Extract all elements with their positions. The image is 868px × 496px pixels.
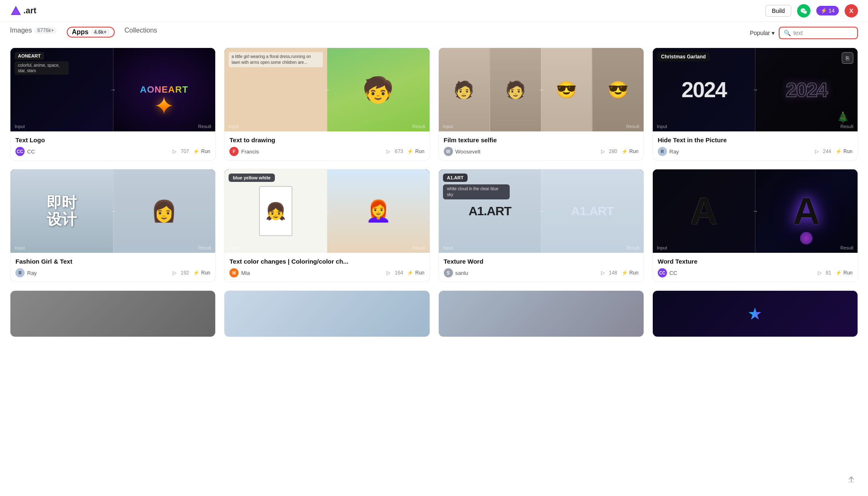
card-texture-word-title: Texture Word [444, 258, 639, 265]
card-text-to-drawing-stats: ▷ 673 ⚡ Run [387, 149, 424, 154]
card-fashion-girl-title: Fashion Girl & Text [15, 258, 210, 265]
card-text-color-changes-info: Text color changes | Coloring/color ch..… [224, 253, 429, 282]
sort-button[interactable]: Popular ▾ [750, 30, 775, 36]
run-icon-tl: ⚡ [193, 149, 199, 154]
partial-card-4[interactable]: ★ [652, 290, 858, 337]
card-film-texture[interactable]: 🧑 🧑 Input 😎 😎 [438, 48, 644, 161]
card-overlay-desc-tw: white cloud in the clear blue sky [443, 184, 510, 199]
tab-images[interactable]: Images 6776k+ [10, 27, 57, 39]
search-input[interactable] [793, 30, 853, 36]
run-button-ttd[interactable]: ⚡ Run [407, 149, 424, 154]
card-hide-text[interactable]: Christmas Garland ⎘ 2024 Input 2024 🎄 Re… [652, 48, 858, 161]
author-name-tl: CC [27, 149, 35, 155]
arrow-divider-wt: → [752, 208, 758, 214]
tab-apps-label: Apps [72, 28, 88, 36]
author-name-fts: Woosevelt [455, 149, 481, 155]
card-text-logo-author: CC CC [15, 147, 35, 156]
anime-result-tc: 👩‍🦰 [365, 199, 391, 223]
partial-card-1[interactable] [10, 290, 216, 337]
input-label-fts: Input [443, 124, 453, 129]
card-text-color-changes[interactable]: blue yellow white 👧 Input 👩‍🦰 Result → T… [224, 169, 430, 282]
partial-card-3-image [439, 291, 644, 337]
face2-right: 😎 [608, 80, 629, 100]
author-avatar-mia: M [229, 268, 239, 277]
run-button-fts[interactable]: ⚡ Run [621, 149, 639, 154]
card-hide-text-author: R Ray [658, 147, 679, 156]
search-input-wrapper: 🔍 [779, 27, 858, 39]
input-label-ttd: Input [229, 124, 239, 129]
logo[interactable]: .art [10, 5, 36, 17]
author-avatar-cc: CC [15, 147, 25, 156]
card-text-to-drawing-author: F Francis [229, 147, 259, 156]
result-label-fts: Result [626, 124, 639, 129]
run-button-ht[interactable]: ⚡ Run [835, 149, 853, 154]
run-button-tw[interactable]: ⚡ Run [621, 270, 639, 276]
result-label-ht: Result [840, 124, 853, 129]
play-icon-ttd: ▷ [387, 149, 390, 154]
card-fashion-girl-meta: R Ray ▷ 192 ⚡ Run [15, 268, 210, 277]
plays-count-fg: 192 [181, 270, 189, 276]
card-fashion-girl[interactable]: 即时设计 Input 👩 Result → Fashion Girl & Tex… [10, 169, 216, 282]
run-button-tc[interactable]: ⚡ Run [407, 270, 424, 276]
author-avatar-woosevelt: W [444, 147, 453, 156]
share-button-ht[interactable]: ⎘ [842, 52, 853, 64]
card-text-color-changes-image: blue yellow white 👧 Input 👩‍🦰 Result → [224, 169, 429, 253]
cards-grid-row1: AONEART colorful, anime, space, star, st… [0, 39, 868, 169]
card-word-texture-info: Word Texture CC CC ▷ 81 ⚡ Run [653, 253, 858, 282]
result-label-ttd: Result [412, 124, 425, 129]
card-text-color-changes-stats: ▷ 164 ⚡ Run [387, 270, 424, 276]
card-film-texture-stats: ▷ 280 ⚡ Run [601, 149, 639, 154]
run-button-fg[interactable]: ⚡ Run [193, 270, 210, 276]
partial-card-2[interactable] [224, 290, 430, 337]
tab-images-badge: 6776k+ [34, 27, 57, 34]
glow-portal [800, 232, 813, 244]
arrow-divider-tw: → [538, 208, 544, 214]
text-2024-right: 2024 [786, 78, 827, 101]
card-text-color-changes-title: Text color changes | Coloring/color ch..… [229, 258, 424, 265]
card-fashion-girl-stats: ▷ 192 ⚡ Run [173, 270, 210, 276]
card-word-texture-author: CC CC [658, 268, 677, 277]
card-fashion-girl-image: 即时设计 Input 👩 Result → [10, 169, 215, 253]
card-text-logo-title: Text Logo [15, 136, 210, 144]
card-texture-word-info: Texture Word S sanlu ▷ 148 ⚡ Run [439, 253, 644, 282]
wechat-button[interactable] [797, 4, 810, 18]
author-avatar-ray1: R [658, 147, 667, 156]
result-label-wt: Result [840, 245, 853, 250]
card-text-logo[interactable]: AONEART colorful, anime, space, star, st… [10, 48, 216, 161]
author-name-ttd: Francis [241, 149, 259, 155]
sketch-placeholder: 👧 [259, 186, 292, 236]
big-A-left: A [690, 190, 717, 233]
input-label-tw: Input [443, 245, 453, 250]
tab-collections[interactable]: Collections [125, 27, 157, 39]
run-button-tl[interactable]: ⚡ Run [193, 149, 210, 154]
tab-apps[interactable]: Apps 4.6k+ [67, 27, 114, 38]
author-avatar-sanlu: S [444, 268, 453, 277]
user-avatar[interactable]: X [845, 4, 858, 18]
logo-icon [10, 5, 22, 17]
card-text-logo-image: AONEART colorful, anime, space, star, st… [10, 48, 215, 131]
build-button[interactable]: Build [765, 5, 791, 17]
result-img-ttd: 🧒 [362, 75, 394, 105]
run-button-wt[interactable]: ⚡ Run [835, 270, 853, 276]
header: .art Build ⚡ 14 X [0, 0, 868, 22]
plays-count-ht: 244 [823, 149, 831, 154]
result-label-tw: Result [626, 245, 639, 250]
card-texture-word-stats: ▷ 148 ⚡ Run [601, 270, 639, 276]
lightning-badge[interactable]: ⚡ 14 [816, 6, 839, 15]
card-texture-word[interactable]: A1.ART white cloud in the clear blue sky… [438, 169, 644, 282]
face1-left: 🧑 [453, 80, 474, 100]
lightning-icon: ⚡ [820, 8, 827, 14]
card-text-color-changes-meta: M Mia ▷ 164 ⚡ Run [229, 268, 424, 277]
result-label-tc: Result [412, 245, 425, 250]
card-film-texture-info: Film texture selfie W Woosevelt ▷ 280 ⚡ … [439, 131, 644, 160]
author-name-wt: CC [669, 270, 677, 276]
author-name-fg: Ray [27, 270, 37, 276]
plays-count-wt: 81 [826, 270, 831, 276]
card-text-to-drawing[interactable]: a little girl wearing a floral dress,run… [224, 48, 430, 161]
card-word-texture[interactable]: A Input A Result → Word Texture CC CC [652, 169, 858, 282]
tab-apps-badge: 4.6k+ [91, 29, 109, 35]
card-word-texture-stats: ▷ 81 ⚡ Run [818, 270, 853, 276]
plays-count-ttd: 673 [395, 149, 403, 154]
partial-card-3[interactable] [438, 290, 644, 337]
input-label-wt: Input [657, 245, 667, 250]
